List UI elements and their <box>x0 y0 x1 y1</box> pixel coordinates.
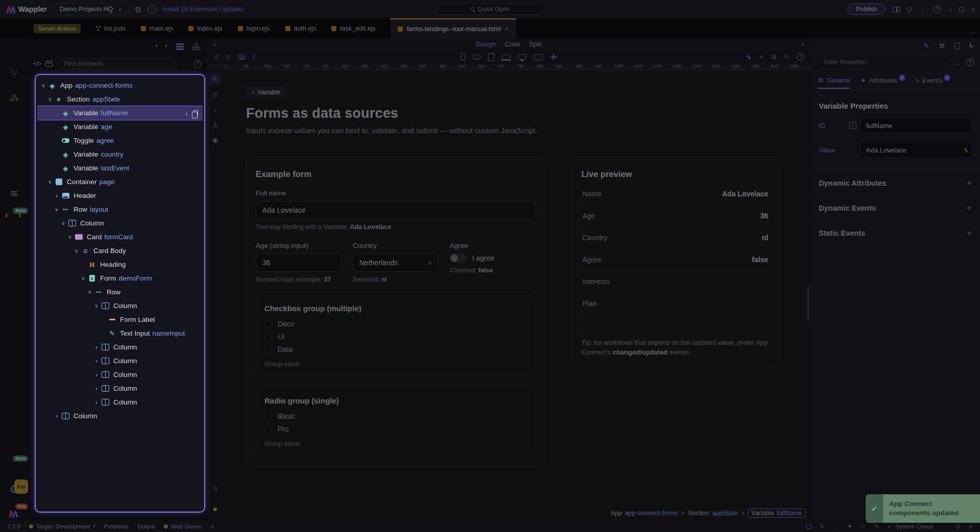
tab-split[interactable]: Split <box>529 41 542 48</box>
text-tool-icon[interactable]: tT <box>212 92 218 99</box>
expand-arrow-icon[interactable] <box>59 220 67 226</box>
checkbox-option[interactable]: UI <box>264 333 527 341</box>
expand-arrow-icon[interactable] <box>53 412 61 420</box>
help-icon[interactable]: ? <box>966 59 974 66</box>
tv-icon[interactable] <box>533 54 543 60</box>
undo-icon[interactable]: ↺ <box>213 53 219 61</box>
events-bolt-icon[interactable]: ϟ <box>969 42 973 50</box>
breadcrumb-current-chip[interactable]: Variable fullName <box>748 509 805 518</box>
breadcrumb-app-name[interactable]: app-connect-forms <box>625 510 678 517</box>
tree-item[interactable]: Variable lastEvent <box>37 161 203 175</box>
tree-item[interactable]: Column <box>37 382 203 395</box>
bug-icon[interactable]: ⊙ <box>955 523 960 530</box>
settings-icon[interactable]: ⚙Exp <box>8 483 21 496</box>
breadcrumb-app-label[interactable]: App <box>610 510 622 517</box>
kebab-menu-icon[interactable]: ⋮ <box>919 6 926 13</box>
collapse-left-icon[interactable]: « <box>207 41 223 48</box>
stop-icon[interactable] <box>806 524 812 529</box>
expand-arrow-icon[interactable] <box>79 275 87 281</box>
file-tab[interactable]: auth.ejs <box>278 18 324 38</box>
settings-gear-icon[interactable]: ⚙ <box>135 6 141 13</box>
age-input[interactable] <box>256 254 341 272</box>
layers-icon[interactable]: ≋ <box>8 187 21 200</box>
structure-icon[interactable] <box>45 61 53 67</box>
feedback-icon[interactable]: ⚐ <box>861 523 866 530</box>
tree-item[interactable]: Card formCard <box>37 230 203 244</box>
screenshot-icon[interactable] <box>238 55 245 60</box>
checkbox-option[interactable]: Docs <box>264 320 527 328</box>
tree-item[interactable]: Column <box>37 299 203 313</box>
tree-item[interactable]: Variable age <box>37 120 203 134</box>
full-name-input[interactable] <box>256 201 535 219</box>
server-actions-chip[interactable]: Server Actions <box>34 24 81 33</box>
radio-button[interactable] <box>264 413 272 420</box>
visibility-tool-icon[interactable]: ◉ <box>212 136 218 144</box>
chevron-up-icon[interactable]: ∧ <box>968 523 973 530</box>
open-in-browser-icon[interactable]: ↗ <box>758 54 764 61</box>
radio-button[interactable] <box>264 425 272 433</box>
move-down-icon[interactable]: ↓ <box>185 109 189 117</box>
add-panel-icon[interactable]: + <box>210 522 214 530</box>
web-server-button[interactable]: Web Server <box>164 523 202 529</box>
filter-properties-input[interactable] <box>817 56 949 69</box>
tree-item[interactable]: Header <box>37 189 203 202</box>
active-file-tab[interactable]: forms-bindings--tour-manual.html × <box>390 18 516 38</box>
theme-droplet-icon[interactable] <box>906 6 913 13</box>
agree-toggle[interactable] <box>450 254 467 263</box>
tree-item[interactable]: Form demoForm <box>37 271 203 285</box>
props-section-header[interactable]: Dynamic Attributes + <box>811 170 980 195</box>
reload-icon[interactable]: ↻ <box>820 523 825 530</box>
file-tab[interactable]: task_edit.ejs <box>324 18 383 38</box>
free-resize-icon[interactable] <box>550 54 557 60</box>
api-flows-icon[interactable]: ⁂ <box>8 91 21 105</box>
expand-arrow-icon[interactable] <box>92 357 101 365</box>
expand-arrow-icon[interactable] <box>46 179 54 185</box>
tree-item[interactable]: Column <box>37 354 203 368</box>
expand-arrow-icon[interactable] <box>53 192 61 199</box>
tree-item[interactable]: Variable country <box>37 147 203 161</box>
breadcrumb-section-name[interactable]: appState <box>712 510 738 517</box>
expand-arrow-icon[interactable] <box>92 343 101 351</box>
add-icon[interactable]: + <box>967 203 972 213</box>
refresh-icon[interactable]: ↻ <box>784 54 789 61</box>
canvas-scrollbar[interactable] <box>807 285 810 320</box>
expand-arrow-icon[interactable] <box>39 83 47 88</box>
info-icon[interactable]: i <box>849 122 856 129</box>
close-tab-icon[interactable]: × <box>505 25 509 33</box>
props-section-header[interactable]: Dynamic Events + <box>811 195 980 220</box>
add-icon[interactable]: + <box>967 228 972 238</box>
tools-icon[interactable]: ⚒ <box>939 42 945 50</box>
more-options-icon[interactable]: … <box>954 59 961 66</box>
tree-item[interactable]: Column <box>37 340 203 354</box>
variable-back-chip[interactable]: ‹ Variable <box>246 86 286 98</box>
collapse-right-icon[interactable]: » <box>795 41 811 48</box>
duplicate-icon[interactable] <box>193 110 198 116</box>
tree-item[interactable]: Column <box>37 368 203 382</box>
radio-option[interactable]: Pro <box>264 425 527 433</box>
laptop-icon[interactable] <box>502 55 510 60</box>
dynamic-binding-icon[interactable]: ϟ <box>964 146 968 154</box>
find-elements-input[interactable] <box>57 58 178 70</box>
tab-attributes[interactable]: ✦ Attributes 0 <box>861 77 905 89</box>
grid-overlay-icon[interactable]: ⊞ <box>771 54 776 61</box>
output-button[interactable]: Output <box>137 523 155 529</box>
tree-item[interactable]: Container page <box>37 175 203 189</box>
quick-open-button[interactable]: Quick Open <box>436 4 544 15</box>
wappler-pro-icon[interactable]: Pro <box>8 507 21 520</box>
problems-button[interactable]: Problems <box>104 523 129 529</box>
expand-arrow-icon[interactable] <box>46 96 54 102</box>
tree-item[interactable]: Column <box>37 409 203 423</box>
help-icon[interactable]: ? <box>934 6 941 13</box>
database-icon[interactable] <box>8 115 21 129</box>
country-select[interactable]: Netherlands ∨ <box>353 254 438 272</box>
dynamic-data-icon[interactable]: ϟ <box>747 53 750 61</box>
project-selector[interactable]: Demo Projects HQ ∨ <box>53 3 129 15</box>
help-icon[interactable]: ? <box>194 60 202 68</box>
accessibility-tool-icon[interactable]: ♙ <box>212 121 218 129</box>
redo-icon[interactable]: ↻ <box>226 53 232 61</box>
expand-arrow-icon[interactable] <box>72 248 81 254</box>
tab-events[interactable]: ϟ Events 0 <box>916 77 951 89</box>
value-input[interactable] <box>861 142 972 158</box>
tab-overflow-icon[interactable]: ⋯ <box>969 29 976 36</box>
ai-assistant-icon[interactable]: Beta <box>8 211 21 224</box>
